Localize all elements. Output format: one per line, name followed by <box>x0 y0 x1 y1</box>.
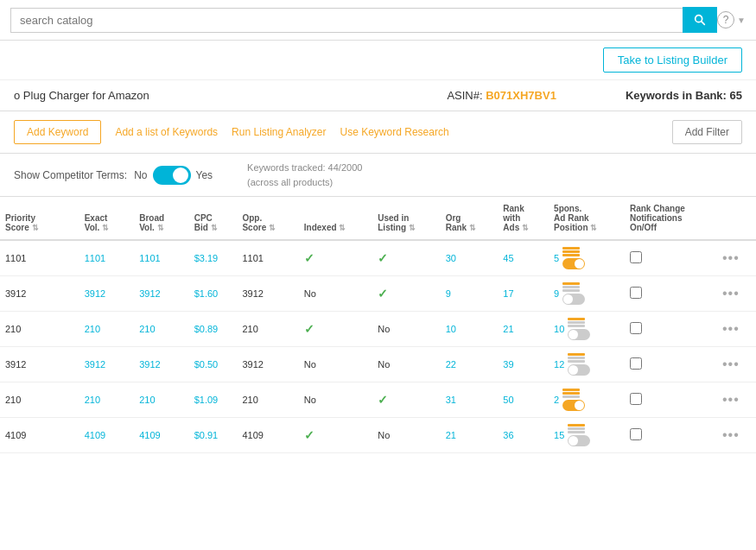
cell-indexed: No <box>299 382 372 418</box>
cell-actions[interactable]: ••• <box>717 382 756 418</box>
exact-vol-link[interactable]: 210 <box>85 395 100 405</box>
cell-cpc-bid: $0.50 <box>189 347 238 382</box>
spons-toggle-off[interactable] <box>562 294 585 305</box>
org-rank-link[interactable]: 31 <box>446 395 456 405</box>
opp-score: 4109 <box>242 430 263 440</box>
spons-cell: 5 <box>554 247 619 269</box>
action-bar: Take to Listing Builder <box>0 41 756 80</box>
bar-line-2 <box>568 325 585 327</box>
org-rank-link[interactable]: 22 <box>446 359 456 370</box>
asin-section: ASIN#: B071XH7BV1 <box>447 89 556 102</box>
keywords-in-bank: Keywords in Bank: 65 <box>626 89 742 102</box>
exact-vol-link[interactable]: 210 <box>85 324 100 334</box>
spons-toggle-on[interactable] <box>562 258 585 269</box>
cell-actions[interactable]: ••• <box>717 418 756 453</box>
product-name: o Plug Charger for Amazon <box>14 89 149 102</box>
bar-line-0 <box>562 247 580 250</box>
top-bar: ? ▼ <box>0 0 756 41</box>
rank-change-checkbox[interactable] <box>630 322 642 334</box>
spons-toggle-off[interactable] <box>568 364 590 376</box>
add-filter-button[interactable]: Add Filter <box>672 120 742 144</box>
row-actions-button[interactable]: ••• <box>722 250 740 266</box>
bar-line-0 <box>568 353 585 356</box>
asin-link[interactable]: B071XH7BV1 <box>486 89 556 102</box>
add-list-button[interactable]: Add a list of Keywords <box>115 126 218 138</box>
rank-change-checkbox-cell <box>630 357 712 371</box>
row-actions-button[interactable]: ••• <box>722 357 740 372</box>
used-check: ✓ <box>378 393 388 407</box>
cell-indexed: ✓ <box>299 240 372 276</box>
row-actions-button[interactable]: ••• <box>722 286 740 301</box>
rank-ads-link[interactable]: 36 <box>503 430 513 440</box>
search-input[interactable] <box>10 8 683 33</box>
opp-score: 1101 <box>242 253 263 263</box>
org-rank-link[interactable]: 30 <box>446 253 456 263</box>
spons-toggle-on[interactable] <box>562 400 585 411</box>
row-actions-button[interactable]: ••• <box>722 392 740 408</box>
use-research-button[interactable]: Use Keyword Research <box>340 126 449 138</box>
cell-rank-change <box>625 276 717 312</box>
cell-actions[interactable]: ••• <box>717 240 756 276</box>
rank-ads-link[interactable]: 45 <box>503 253 513 263</box>
cell-priority: 210 <box>0 382 79 418</box>
broad-vol-link[interactable]: 210 <box>139 324 155 334</box>
broad-vol-link[interactable]: 4109 <box>139 430 160 440</box>
cell-actions[interactable]: ••• <box>717 347 756 382</box>
rank-ads-link[interactable]: 50 <box>503 395 513 405</box>
cell-actions[interactable]: ••• <box>717 312 756 347</box>
rank-change-checkbox[interactable] <box>630 428 642 440</box>
rank-ads-link[interactable]: 21 <box>503 324 513 334</box>
broad-vol-link[interactable]: 3912 <box>139 288 160 299</box>
rank-ads-link[interactable]: 39 <box>503 359 513 370</box>
exact-vol-link[interactable]: 3912 <box>85 359 105 370</box>
cpc-bid: $0.91 <box>194 430 219 440</box>
keywords-tracked-label: Keywords tracked: 44/2000 <box>247 161 362 175</box>
exact-vol-link[interactable]: 1101 <box>85 253 105 263</box>
toggle-small-knob <box>569 436 578 446</box>
priority-score: 1101 <box>5 253 26 263</box>
run-analyzer-button[interactable]: Run Listing Analyzer <box>232 126 326 138</box>
cell-opp-score: 210 <box>237 382 298 418</box>
spons-toggle-off[interactable] <box>568 435 590 446</box>
rank-change-checkbox[interactable] <box>630 393 642 405</box>
opp-score: 210 <box>242 324 257 334</box>
take-to-listing-button[interactable]: Take to Listing Builder <box>603 47 742 73</box>
cell-actions[interactable]: ••• <box>717 276 756 312</box>
cell-used: No <box>372 418 440 453</box>
spons-rank-num: 10 <box>554 324 564 334</box>
rank-change-checkbox[interactable] <box>630 287 642 299</box>
cell-indexed: No <box>299 347 372 382</box>
broad-vol-link[interactable]: 1101 <box>139 253 160 263</box>
broad-vol-link[interactable]: 210 <box>139 395 155 405</box>
help-chevron: ▼ <box>737 16 746 25</box>
row-actions-button[interactable]: ••• <box>722 427 740 443</box>
cell-cpc-bid: $3.19 <box>189 240 238 276</box>
spons-toggle-off[interactable] <box>568 329 590 340</box>
used-check: ✓ <box>378 251 388 265</box>
exact-vol-link[interactable]: 3912 <box>85 288 105 299</box>
spons-rank-num: 5 <box>554 253 559 263</box>
competitor-toggle[interactable] <box>153 166 191 185</box>
col-broad-vol: BroadVol. ⇅ <box>134 197 188 240</box>
svg-line-1 <box>702 22 705 25</box>
org-rank-link[interactable]: 10 <box>446 324 456 334</box>
rank-change-checkbox[interactable] <box>630 251 642 263</box>
help-area[interactable]: ? ▼ <box>717 11 746 28</box>
used-no: No <box>378 430 390 440</box>
used-no: No <box>378 359 390 370</box>
org-rank-link[interactable]: 9 <box>446 288 451 299</box>
col-actions <box>717 197 756 240</box>
add-keyword-button[interactable]: Add Keyword <box>14 120 101 144</box>
rank-change-checkbox[interactable] <box>630 357 642 370</box>
toggle-no-label: No <box>134 169 147 181</box>
org-rank-link[interactable]: 21 <box>446 430 456 440</box>
priority-score: 4109 <box>5 430 26 440</box>
search-button[interactable] <box>683 7 717 33</box>
toggle-small-knob <box>563 294 573 304</box>
bar-line-1 <box>568 321 585 324</box>
row-actions-button[interactable]: ••• <box>722 321 740 337</box>
broad-vol-link[interactable]: 3912 <box>139 359 160 370</box>
sort-icon-cpc: ⇅ <box>211 224 218 232</box>
rank-ads-link[interactable]: 17 <box>503 288 513 299</box>
exact-vol-link[interactable]: 4109 <box>85 430 105 440</box>
